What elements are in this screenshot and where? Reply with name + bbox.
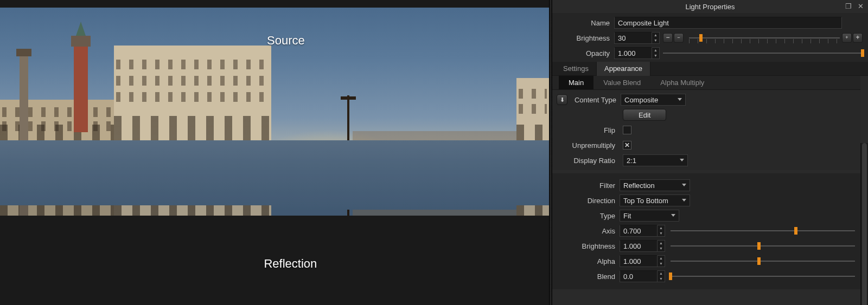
tab-appearance[interactable]: Appearance [597, 62, 650, 76]
blend-spinner[interactable]: ▲▼ [658, 270, 665, 282]
axis-input[interactable] [620, 225, 658, 237]
flip-label: Flip [556, 126, 620, 134]
edit-button[interactable]: Edit [623, 109, 666, 121]
axis-label: Axis [556, 227, 620, 235]
panel-close-icon[interactable]: ✕ [856, 2, 865, 10]
direction-label: Direction [556, 197, 620, 205]
alpha-input[interactable] [620, 255, 658, 267]
primary-tabs: Settings Appearance [552, 62, 868, 76]
flip-checkbox[interactable] [623, 126, 631, 134]
brightness-small-increment-button[interactable]: + [842, 33, 852, 43]
blend-label: Blend [556, 272, 620, 281]
direction-value: Top To Bottom [623, 197, 668, 205]
alpha-label: Alpha [556, 257, 620, 265]
type-value: Fit [623, 212, 631, 220]
preview-image: Source Reflection [0, 8, 549, 291]
type-label: Type [556, 212, 620, 220]
filter-brightness-label: Brightness [556, 242, 620, 250]
name-label: Name [556, 19, 614, 27]
chevron-down-icon [671, 214, 675, 217]
opacity-input[interactable] [614, 47, 652, 59]
panel-popout-icon[interactable]: ❐ [844, 2, 853, 10]
opacity-spinner[interactable]: ▲▼ [652, 47, 660, 59]
chevron-down-icon [682, 199, 686, 202]
brightness-big-increment-button[interactable]: + [853, 33, 863, 43]
subtab-main[interactable]: Main [559, 76, 593, 89]
blend-input[interactable] [620, 270, 658, 282]
content-type-value: Composite [624, 96, 658, 104]
preview-viewport: Source Reflection [0, 0, 549, 305]
subtab-value-blend[interactable]: Value Blend [593, 76, 650, 89]
chevron-down-icon [680, 159, 684, 161]
subtab-alpha-multiply[interactable]: Alpha Multiply [650, 76, 714, 89]
light-properties-panel: Light Properties ❐ ✕ Name Brightness ▲▼ … [552, 0, 868, 305]
axis-spinner[interactable]: ▲▼ [658, 225, 665, 237]
panel-scrollbar[interactable] [860, 143, 868, 305]
opacity-label: Opacity [556, 49, 614, 57]
panel-title: Light Properties [685, 3, 735, 11]
name-input[interactable] [614, 17, 842, 29]
chevron-down-icon [678, 98, 682, 101]
chevron-down-icon [682, 184, 686, 186]
display-ratio-select[interactable]: 2:1 [623, 154, 688, 166]
unpremultiply-checkbox[interactable] [623, 141, 631, 150]
content-type-select[interactable]: Composite [621, 94, 686, 106]
filter-select[interactable]: Reflection [620, 179, 690, 191]
panel-title-bar: Light Properties ❐ ✕ [552, 0, 868, 13]
filter-brightness-spinner[interactable]: ▲▼ [658, 240, 665, 252]
brightness-input[interactable] [614, 32, 652, 44]
brightness-big-decrement-button[interactable]: − [663, 33, 673, 43]
filter-brightness-input[interactable] [620, 240, 658, 252]
direction-select[interactable]: Top To Bottom [620, 194, 690, 206]
reflection-label: Reflection [264, 257, 317, 271]
tab-settings[interactable]: Settings [556, 62, 597, 76]
alpha-spinner[interactable]: ▲▼ [658, 255, 665, 267]
sub-tabs: Main Value Blend Alpha Multiply [552, 76, 860, 90]
brightness-label: Brightness [556, 34, 614, 42]
filter-value: Reflection [623, 181, 655, 190]
unpremultiply-label: Unpremultiply [556, 141, 620, 150]
reflection-scene [0, 140, 549, 216]
download-icon[interactable]: ⬇ [557, 94, 567, 105]
source-label: Source [267, 34, 305, 48]
brightness-spinner[interactable]: ▲▼ [652, 32, 660, 44]
display-ratio-value: 2:1 [627, 157, 636, 165]
display-ratio-label: Display Ratio [556, 157, 620, 165]
filter-label: Filter [556, 181, 620, 190]
content-type-label: Content Type [571, 96, 621, 104]
type-select[interactable]: Fit [620, 210, 679, 222]
brightness-small-decrement-button[interactable]: − [674, 33, 684, 43]
